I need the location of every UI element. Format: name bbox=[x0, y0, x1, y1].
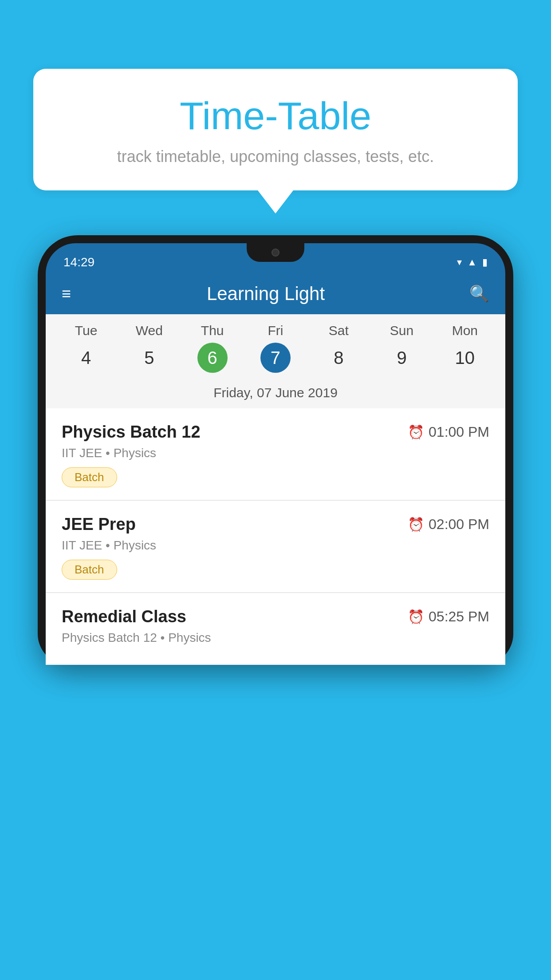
schedule-item-3-title: Remedial Class bbox=[62, 607, 186, 626]
status-icons: ▾ ▲ ▮ bbox=[457, 257, 488, 268]
schedule-item-3-header: Remedial Class ⏰ 05:25 PM bbox=[62, 607, 489, 626]
phone-outer-frame: 14:29 ▾ ▲ ▮ ≡ Learning Light 🔍 Tue Wed T… bbox=[38, 235, 513, 665]
schedule-item-3[interactable]: Remedial Class ⏰ 05:25 PM Physics Batch … bbox=[46, 593, 505, 665]
schedule-item-3-time: ⏰ 05:25 PM bbox=[408, 609, 489, 625]
schedule-item-1-header: Physics Batch 12 ⏰ 01:00 PM bbox=[62, 423, 489, 442]
schedule-item-2[interactable]: JEE Prep ⏰ 02:00 PM IIT JEE • Physics Ba… bbox=[46, 501, 505, 593]
day-4[interactable]: 4 bbox=[55, 343, 118, 373]
clock-icon-2: ⏰ bbox=[408, 517, 424, 532]
day-9[interactable]: 9 bbox=[370, 343, 433, 373]
clock-icon-3: ⏰ bbox=[408, 609, 424, 624]
phone-mockup: 14:29 ▾ ▲ ▮ ≡ Learning Light 🔍 Tue Wed T… bbox=[38, 235, 513, 980]
day-name-sun: Sun bbox=[370, 323, 433, 338]
schedule-item-2-subtitle: IIT JEE • Physics bbox=[62, 538, 489, 553]
day-10[interactable]: 10 bbox=[433, 343, 496, 373]
day-7-selected[interactable]: 7 bbox=[260, 343, 291, 373]
notch-cutout bbox=[247, 243, 304, 262]
day-numbers-row: 4 5 6 7 8 9 10 bbox=[46, 340, 505, 382]
speech-bubble-card: Time-Table track timetable, upcoming cla… bbox=[33, 69, 518, 190]
menu-icon[interactable]: ≡ bbox=[62, 286, 71, 302]
schedule-item-1-time: ⏰ 01:00 PM bbox=[408, 424, 489, 440]
speech-bubble-section: Time-Table track timetable, upcoming cla… bbox=[33, 69, 518, 213]
app-title: Learning Light bbox=[84, 283, 447, 304]
schedule-item-2-title: JEE Prep bbox=[62, 515, 136, 534]
schedule-item-2-time: ⏰ 02:00 PM bbox=[408, 516, 489, 533]
signal-icon: ▲ bbox=[467, 257, 477, 268]
day-names-row: Tue Wed Thu Fri Sat Sun Mon bbox=[46, 314, 505, 340]
schedule-item-1-subtitle: IIT JEE • Physics bbox=[62, 446, 489, 460]
selected-date-label: Friday, 07 June 2019 bbox=[46, 382, 505, 408]
batch-tag-2: Batch bbox=[62, 560, 117, 580]
app-bar: ≡ Learning Light 🔍 bbox=[46, 273, 505, 314]
day-5[interactable]: 5 bbox=[118, 343, 181, 373]
clock-icon-1: ⏰ bbox=[408, 424, 424, 440]
day-name-tue: Tue bbox=[55, 323, 118, 338]
day-name-sat: Sat bbox=[307, 323, 370, 338]
battery-icon: ▮ bbox=[482, 257, 488, 268]
day-8[interactable]: 8 bbox=[307, 343, 370, 373]
schedule-item-3-subtitle: Physics Batch 12 • Physics bbox=[62, 631, 489, 645]
day-name-thu: Thu bbox=[181, 323, 244, 338]
calendar-strip: Tue Wed Thu Fri Sat Sun Mon 4 5 6 7 8 9 … bbox=[46, 314, 505, 408]
schedule-list: Physics Batch 12 ⏰ 01:00 PM IIT JEE • Ph… bbox=[46, 408, 505, 665]
speech-bubble-title: Time-Table bbox=[60, 93, 491, 138]
day-name-wed: Wed bbox=[118, 323, 181, 338]
speech-bubble-subtitle: track timetable, upcoming classes, tests… bbox=[60, 147, 491, 166]
day-name-mon: Mon bbox=[433, 323, 496, 338]
schedule-item-2-header: JEE Prep ⏰ 02:00 PM bbox=[62, 515, 489, 534]
schedule-item-1[interactable]: Physics Batch 12 ⏰ 01:00 PM IIT JEE • Ph… bbox=[46, 408, 505, 500]
batch-tag-1: Batch bbox=[62, 467, 117, 487]
wifi-icon: ▾ bbox=[457, 257, 462, 268]
status-bar: 14:29 ▾ ▲ ▮ bbox=[46, 243, 505, 273]
day-6-today[interactable]: 6 bbox=[197, 343, 228, 373]
day-name-fri: Fri bbox=[244, 323, 307, 338]
schedule-item-1-title: Physics Batch 12 bbox=[62, 423, 201, 442]
speech-bubble-arrow bbox=[258, 190, 293, 213]
search-icon[interactable]: 🔍 bbox=[469, 285, 489, 303]
camera bbox=[272, 249, 279, 257]
status-time: 14:29 bbox=[63, 255, 94, 269]
